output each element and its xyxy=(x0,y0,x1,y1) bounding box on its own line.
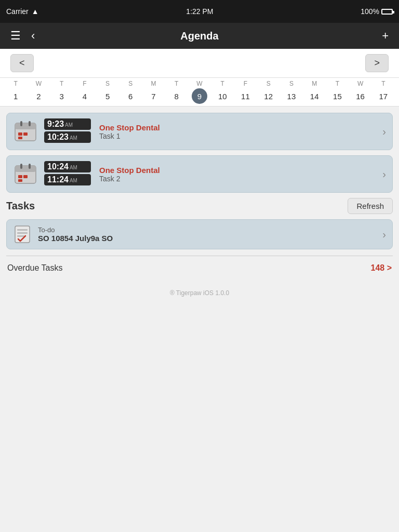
day-col-12[interactable]: S12 xyxy=(257,78,280,106)
day-col-15[interactable]: T15 xyxy=(326,78,349,106)
day-letter: F xyxy=(244,80,247,87)
task-chevron-icon: › xyxy=(382,229,386,241)
appointment-info: One Stop Dental Task 1 xyxy=(99,123,378,140)
day-col-8[interactable]: T8 xyxy=(165,78,188,106)
day-col-17[interactable]: T17 xyxy=(372,78,395,106)
day-col-6[interactable]: S6 xyxy=(119,78,142,106)
start-time: 10:24AM xyxy=(44,161,91,172)
day-col-4[interactable]: F4 xyxy=(73,78,96,106)
day-number[interactable]: 1 xyxy=(8,88,23,104)
day-letter: T xyxy=(60,80,63,87)
day-letter: W xyxy=(357,80,363,87)
task-name: SO 10854 July9a SO xyxy=(38,234,382,243)
day-col-5[interactable]: S5 xyxy=(96,78,119,106)
start-time: 9:23AM xyxy=(44,118,91,130)
appointment-card-1[interactable]: 9:23AM 10:23AM One Stop Dental Task 1 › xyxy=(6,113,393,150)
battery-icon xyxy=(381,9,393,15)
page-title: Agenda xyxy=(180,30,218,42)
day-number[interactable]: 8 xyxy=(169,88,184,104)
nav-bar: ☰ ‹ Agenda + xyxy=(0,23,399,49)
menu-button[interactable]: ☰ xyxy=(7,26,24,46)
day-number[interactable]: 7 xyxy=(146,88,162,104)
end-time: 11:24AM xyxy=(44,174,91,185)
day-number[interactable]: 5 xyxy=(100,88,115,104)
day-number[interactable]: 9 xyxy=(192,88,207,104)
svg-rect-11 xyxy=(18,175,22,178)
appointment-chevron-icon: › xyxy=(382,168,386,180)
calendar-nav: < > xyxy=(0,49,399,78)
day-number[interactable]: 2 xyxy=(31,88,46,104)
day-number[interactable]: 16 xyxy=(353,88,368,104)
day-letter: S xyxy=(105,80,110,87)
svg-rect-1 xyxy=(15,123,36,129)
day-number[interactable]: 13 xyxy=(284,88,299,104)
svg-rect-14 xyxy=(15,226,30,243)
svg-rect-13 xyxy=(18,179,22,182)
day-letter: S xyxy=(289,80,294,87)
appointment-chevron-icon: › xyxy=(382,126,386,138)
svg-rect-12 xyxy=(23,175,28,178)
day-letter: S xyxy=(267,80,271,87)
end-time: 10:23AM xyxy=(44,131,91,143)
day-letter: M xyxy=(312,80,317,87)
day-letter: T xyxy=(221,80,224,87)
appointment-times: 10:24AM 11:24AM xyxy=(44,161,91,187)
svg-rect-4 xyxy=(18,132,22,136)
day-col-2[interactable]: W2 xyxy=(27,78,50,106)
appointment-icon xyxy=(13,119,38,144)
appointment-company: One Stop Dental xyxy=(99,123,378,132)
day-col-3[interactable]: T3 xyxy=(50,78,73,106)
task-type: To-do xyxy=(38,226,382,234)
footer: ® Tigerpaw iOS 1.0.0 xyxy=(0,281,399,305)
day-col-9[interactable]: W9 xyxy=(188,78,211,106)
day-letter: F xyxy=(83,80,86,87)
day-number[interactable]: 3 xyxy=(54,88,70,104)
status-left: Carrier ▲ xyxy=(6,7,39,16)
day-number[interactable]: 14 xyxy=(307,88,322,104)
day-number[interactable]: 12 xyxy=(261,88,276,104)
day-number[interactable]: 10 xyxy=(215,88,230,104)
tasks-label: Tasks xyxy=(6,200,35,212)
day-letter: T xyxy=(175,80,178,87)
day-letter: T xyxy=(14,80,17,87)
day-number[interactable]: 4 xyxy=(77,88,92,104)
refresh-button[interactable]: Refresh xyxy=(348,198,393,214)
day-col-1[interactable]: T1 xyxy=(4,78,27,106)
day-col-11[interactable]: F11 xyxy=(234,78,257,106)
day-headers: T1W2T3F4S5S6M7T8W9T10F11S12S13M14T15W16T… xyxy=(0,78,399,107)
back-button[interactable]: ‹ xyxy=(28,26,38,46)
day-number[interactable]: 11 xyxy=(237,88,253,104)
day-number[interactable]: 6 xyxy=(123,88,138,104)
prev-month-button[interactable]: < xyxy=(10,54,34,72)
svg-rect-9 xyxy=(20,164,22,169)
appointment-task: Task 1 xyxy=(99,132,378,140)
day-letter: T xyxy=(336,80,339,87)
status-bar: Carrier ▲ 1:22 PM 100% xyxy=(0,0,399,23)
day-col-7[interactable]: M7 xyxy=(142,78,165,106)
appointment-company: One Stop Dental xyxy=(99,166,378,175)
day-col-13[interactable]: S13 xyxy=(280,78,303,106)
tasks-list: To-do SO 10854 July9a SO › xyxy=(6,219,393,249)
appointment-task: Task 2 xyxy=(99,175,378,183)
overdue-row[interactable]: Overdue Tasks 148 > xyxy=(6,256,393,275)
svg-rect-6 xyxy=(18,137,22,139)
svg-rect-5 xyxy=(23,132,28,136)
day-col-10[interactable]: T10 xyxy=(211,78,234,106)
day-number[interactable]: 15 xyxy=(329,88,345,104)
carrier-label: Carrier xyxy=(6,7,29,16)
day-col-16[interactable]: W16 xyxy=(349,78,372,106)
appointments-list: 9:23AM 10:23AM One Stop Dental Task 1 › xyxy=(6,113,393,193)
svg-rect-16 xyxy=(17,232,28,234)
day-letter: M xyxy=(151,80,156,87)
svg-rect-3 xyxy=(29,121,31,126)
next-month-button[interactable]: > xyxy=(365,54,389,72)
tasks-section-header: Tasks Refresh xyxy=(6,198,393,214)
day-letter: W xyxy=(36,80,42,87)
day-col-14[interactable]: M14 xyxy=(303,78,326,106)
task-card-1[interactable]: To-do SO 10854 July9a SO › xyxy=(6,219,393,249)
add-button[interactable]: + xyxy=(379,26,392,46)
appointment-card-2[interactable]: 10:24AM 11:24AM One Stop Dental Task 2 › xyxy=(6,155,393,193)
day-number[interactable]: 17 xyxy=(376,88,391,104)
overdue-count: 148 > xyxy=(371,263,392,273)
svg-rect-15 xyxy=(17,229,28,231)
